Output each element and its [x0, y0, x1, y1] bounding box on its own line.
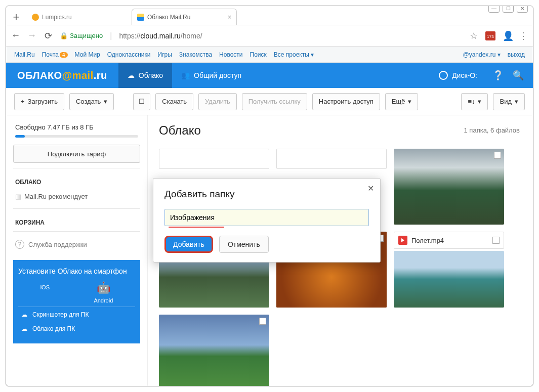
- reload-button[interactable]: ⟳: [44, 30, 53, 41]
- add-folder-dialog: ✕ Добавить папку Добавить Отменить: [153, 178, 381, 263]
- portal-link[interactable]: Знакомства: [179, 51, 212, 58]
- add-button[interactable]: Добавить: [164, 236, 213, 253]
- create-button[interactable]: Создать▾: [69, 93, 114, 110]
- download-button[interactable]: Скачать: [155, 93, 193, 110]
- portal-link[interactable]: Поиск: [250, 51, 267, 58]
- portal-link-bar: Mail.Ru Почта4 Мой Мир Одноклассники Игр…: [6, 47, 533, 63]
- mobile-promo-card: Установите Облако на смартфон iOS 🤖Andro…: [13, 260, 140, 343]
- logo[interactable]: ОБЛАКО@mail.ru: [6, 70, 118, 81]
- cloud-icon: ☁: [128, 71, 135, 79]
- profile-icon[interactable]: 👤: [503, 30, 512, 41]
- nav-label: Общий доступ: [194, 71, 241, 79]
- extension-badge[interactable]: 173: [485, 31, 495, 40]
- portal-link[interactable]: Одноклассники: [107, 51, 151, 58]
- lock-icon: 🔒: [60, 32, 68, 39]
- question-icon: ?: [15, 240, 24, 249]
- portal-link[interactable]: Мой Мир: [75, 51, 100, 58]
- favicon-icon: [137, 14, 144, 21]
- folder-icon: ▥: [15, 193, 21, 200]
- secure-indicator: 🔒 Защищено: [60, 32, 103, 39]
- help-icon[interactable]: ❔: [486, 70, 510, 81]
- file-tile[interactable]: [394, 149, 504, 225]
- item-count: 1 папка, 6 файлов: [464, 126, 520, 134]
- more-button[interactable]: Ещё ▾: [385, 93, 419, 110]
- secure-label: Защищено: [70, 32, 103, 39]
- portal-link-all-projects[interactable]: Все проекты ▾: [274, 51, 314, 58]
- file-name: Полет.mp4: [411, 237, 444, 244]
- tile-checkbox[interactable]: [259, 318, 266, 325]
- folder-tile[interactable]: [276, 149, 387, 169]
- window-minimize-button[interactable]: —: [488, 6, 500, 13]
- sidebar-item-recommends[interactable]: ▥ Mail.Ru рекомендует: [13, 190, 140, 203]
- nav-shared-access[interactable]: 👥 Общий доступ: [172, 63, 251, 88]
- logo-text: ОБЛАКО: [17, 70, 62, 81]
- logo-mail: mail: [72, 70, 94, 81]
- app-header: ОБЛАКО@mail.ru ☁ Облако 👥 Общий доступ Д…: [6, 63, 533, 88]
- tab-title: Облако Mail.Ru: [147, 14, 190, 21]
- portal-link-mail[interactable]: Почта4: [42, 51, 68, 58]
- logo-ru: .ru: [94, 70, 107, 81]
- search-icon[interactable]: 🔍: [510, 70, 533, 81]
- storage-quota-text: Свободно 7.47 ГБ из 8 ГБ: [15, 123, 138, 131]
- input-highlight: [169, 227, 224, 228]
- promo-android[interactable]: 🤖Android: [94, 281, 113, 303]
- back-button[interactable]: ←: [11, 30, 20, 41]
- disk-o-button[interactable]: Диск-О:: [430, 63, 486, 88]
- tile-checkbox[interactable]: [494, 152, 501, 159]
- select-all-checkbox[interactable]: ☐: [133, 93, 150, 110]
- sidebar: Свободно 7.47 ГБ из 8 ГБ Подключить тари…: [6, 115, 148, 386]
- tab-lumpics[interactable]: Lumpics.ru: [26, 9, 132, 25]
- portal-link[interactable]: Mail.Ru: [14, 51, 35, 58]
- upload-button[interactable]: +Загрузить: [14, 93, 64, 110]
- star-icon[interactable]: ☆: [469, 30, 478, 41]
- cloud-icon: ☁: [21, 311, 27, 318]
- dialog-close-button[interactable]: ✕: [367, 184, 374, 193]
- window-close-button[interactable]: ✕: [517, 6, 528, 13]
- menu-icon[interactable]: ⋮: [519, 30, 528, 41]
- view-button[interactable]: Вид ▾: [493, 93, 525, 110]
- file-tile[interactable]: [394, 251, 504, 308]
- promo-screenshoter[interactable]: ☁Скриншотер для ПК: [18, 307, 135, 322]
- section-trash-header: КОРЗИНА: [15, 219, 138, 226]
- sort-button[interactable]: ≡↓ ▾: [461, 93, 488, 110]
- nav-cloud[interactable]: ☁ Облако: [118, 63, 172, 88]
- cloud-icon: ☁: [21, 325, 27, 332]
- browser-tabstrip: + Lumpics.ru Облако Mail.Ru ×: [6, 6, 533, 25]
- folder-name-input[interactable]: [164, 209, 369, 226]
- tab-title: Lumpics.ru: [42, 14, 72, 21]
- section-cloud-header: ОБЛАКО: [15, 179, 138, 186]
- disk-label: Диск-О:: [452, 71, 477, 79]
- get-link-button[interactable]: Получить ссылку: [242, 93, 307, 110]
- upgrade-plan-button[interactable]: Подключить тариф: [13, 145, 140, 163]
- storage-quota-bar: [15, 135, 138, 138]
- window-maximize-button[interactable]: ☐: [503, 6, 514, 13]
- file-tile-video[interactable]: Полет.mp4: [394, 232, 504, 249]
- video-icon: [398, 236, 407, 245]
- people-icon: 👥: [181, 71, 190, 79]
- close-tab-icon[interactable]: ×: [228, 14, 231, 21]
- promo-ios[interactable]: iOS: [40, 281, 50, 303]
- support-link[interactable]: ? Служба поддержки: [13, 237, 140, 252]
- folder-tile[interactable]: [159, 149, 269, 169]
- configure-access-button[interactable]: Настроить доступ: [312, 93, 380, 110]
- logout-link[interactable]: выход: [508, 51, 525, 58]
- toolbar: +Загрузить Создать▾ ☐ Скачать Удалить По…: [6, 88, 533, 115]
- support-label: Служба поддержки: [28, 241, 87, 248]
- disk-icon: [439, 71, 448, 80]
- new-tab-button[interactable]: +: [9, 11, 23, 25]
- tab-cloud-mailru[interactable]: Облако Mail.Ru ×: [132, 9, 237, 25]
- portal-link[interactable]: Игры: [158, 51, 172, 58]
- nav-label: Облако: [139, 71, 163, 79]
- promo-desktop[interactable]: ☁Облако для ПК: [18, 325, 135, 336]
- user-menu[interactable]: @yandex.ru ▾: [463, 51, 500, 58]
- delete-button[interactable]: Удалить: [198, 93, 237, 110]
- dialog-title: Добавить папку: [164, 189, 369, 200]
- cancel-button[interactable]: Отменить: [219, 236, 269, 253]
- at-icon: @: [62, 70, 72, 81]
- tile-checkbox[interactable]: [492, 237, 500, 244]
- portal-link[interactable]: Новости: [219, 51, 242, 58]
- address-field[interactable]: https://cloud.mail.ru/home/: [119, 32, 202, 40]
- forward-button[interactable]: →: [27, 30, 36, 41]
- favicon-icon: [32, 14, 39, 21]
- file-tile[interactable]: [159, 315, 269, 386]
